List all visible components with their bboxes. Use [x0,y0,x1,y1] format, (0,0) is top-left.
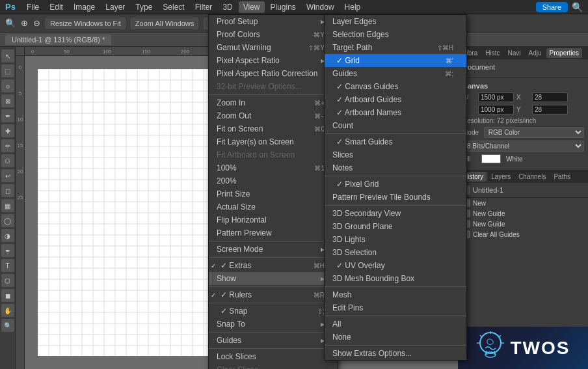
menu-item-flip-horizontal[interactable]: Flip Horizontal [209,213,338,226]
submenu-item-pixel-grid[interactable]: ✓ Pixel Grid [325,178,466,191]
submenu-item-canvas-guides[interactable]: ✓ Canvas Guides [325,80,466,93]
erase-tool[interactable]: ◻ [1,184,14,197]
submenu-item-none[interactable]: None [325,331,466,344]
tab-adju[interactable]: Adju [526,48,545,58]
tab-channels[interactable]: Channels [515,172,549,182]
mode-select[interactable]: RGB Color [484,127,584,138]
menu-item-gamut-warning[interactable]: Gamut Warning ⇧⌘Y [209,41,338,54]
share-button[interactable]: Share [536,2,568,12]
tab-navi[interactable]: Navi [504,48,524,58]
tab-histc[interactable]: Histc [482,48,503,58]
menu-view[interactable]: View [239,1,265,13]
menu-item-zoom-in[interactable]: Zoom In ⌘+ [209,96,338,109]
submenu-item-mesh[interactable]: Mesh [325,288,466,301]
zoom-all-btn[interactable]: Zoom All Windows [131,18,198,29]
type-tool[interactable]: T [1,259,14,272]
hand-tool[interactable]: ✋ [1,304,14,317]
shape-tool[interactable]: ◼ [1,289,14,302]
path-tool[interactable]: ⬡ [1,274,14,287]
menu-item-print-size[interactable]: Print Size [209,187,338,200]
menu-item-rulers[interactable]: ✓ Rulers ⌘R [209,288,338,301]
history-item[interactable]: Clear All Guides [459,229,588,239]
menu-window[interactable]: Window [302,1,339,13]
menu-item-zoom-out[interactable]: Zoom Out ⌘– [209,109,338,122]
menu-item-proof-colors[interactable]: Proof Colors ⌘Y [209,28,338,41]
submenu-item-count[interactable]: Count [325,119,466,132]
menu-help[interactable]: Help [340,1,366,13]
history-brush-tool[interactable]: ↩ [1,169,14,182]
history-item[interactable]: New Guide [459,208,588,219]
bit-depth-select[interactable]: 8 Bits/Channel [462,141,584,152]
submenu-item-selection-edges[interactable]: Selection Edges [325,28,466,41]
tab-layers[interactable]: Layers [488,172,514,182]
clone-tool[interactable]: ⚇ [1,154,14,167]
menu-item-fit-artboard[interactable]: Fit Artboard on Screen [209,148,338,161]
submenu-item-artboard-names[interactable]: ✓ Artboard Names [325,106,466,119]
x-input[interactable] [532,92,568,102]
menu-item-clear-slices[interactable]: Clear Slices [209,363,338,369]
menu-plugins[interactable]: Plugins [266,1,301,13]
dodge-tool[interactable]: ◑ [1,229,14,242]
lasso-tool[interactable]: ⌾ [1,79,14,92]
menu-item-actual-size[interactable]: Actual Size [209,200,338,213]
submenu-item-smart-guides[interactable]: ✓ Smart Guides [325,135,466,148]
submenu-item-artboard-guides[interactable]: ✓ Artboard Guides [325,93,466,106]
eyedropper-tool[interactable]: ✒ [1,109,14,122]
document-tab[interactable]: Untitled-1 @ 131% (RGB/8) * [5,34,111,45]
menu-item-pattern-preview[interactable]: Pattern Preview [209,226,338,239]
menu-3d[interactable]: 3D [218,1,237,13]
submenu-item-pattern-tile-bounds[interactable]: Pattern Preview Tile Bounds [325,191,466,204]
submenu-item-notes[interactable]: Notes [325,161,466,174]
tab-properties[interactable]: Properties [546,48,583,58]
menu-item-100[interactable]: 100% ⌘1 [209,161,338,174]
move-tool[interactable]: ↖ [1,49,14,62]
submenu-item-3d-selection[interactable]: 3D Selection [325,246,466,259]
width-input[interactable] [478,92,514,102]
menu-item-fit-screen[interactable]: Fit on Screen ⌘0 [209,122,338,135]
menu-item-proof-setup[interactable]: Proof Setup [209,15,338,28]
menu-item-200[interactable]: 200% [209,174,338,187]
crop-tool[interactable]: ⊠ [1,94,14,107]
menu-item-guides[interactable]: Guides [209,334,338,347]
menu-item-pixel-aspect-ratio[interactable]: Pixel Aspect Ratio [209,54,338,67]
menu-filter[interactable]: Filter [191,1,217,13]
menu-image[interactable]: Image [69,1,100,13]
submenu-item-show-extras-options[interactable]: Show Extras Options... [325,347,466,360]
tab-paths[interactable]: Paths [550,172,574,182]
submenu-item-guides[interactable]: Guides ⌘; [325,67,466,80]
menu-item-lock-slices[interactable]: Lock Slices [209,350,338,363]
blur-tool[interactable]: ◯ [1,214,14,227]
menu-select[interactable]: Select [158,1,189,13]
select-tool[interactable]: ⬚ [1,64,14,77]
menu-item-32bit-preview[interactable]: 32-bit Preview Options... [209,80,338,93]
menu-item-extras[interactable]: ✓ Extras ⌘H [209,259,338,272]
submenu-item-all[interactable]: All [325,318,466,331]
menu-type[interactable]: Type [131,1,157,13]
submenu-item-edit-pins[interactable]: Edit Pins [325,301,466,314]
gradient-tool[interactable]: ▦ [1,199,14,212]
history-item[interactable]: New [459,198,588,208]
pen-tool[interactable]: ✒ [1,244,14,257]
submenu-item-grid[interactable]: ✓ Grid ⌘' [325,54,466,67]
submenu-item-3d-secondary-view[interactable]: 3D Secondary View [325,207,466,220]
history-item[interactable]: New Guide [459,219,588,229]
menu-item-screen-mode[interactable]: Screen Mode [209,243,338,256]
menu-item-pixel-aspect-correction[interactable]: Pixel Aspect Ratio Correction [209,67,338,80]
menu-item-show[interactable]: Show [209,272,338,285]
height-input[interactable] [478,105,514,115]
submenu-item-layer-edges[interactable]: Layer Edges [325,15,466,28]
submenu-item-3d-ground-plane[interactable]: 3D Ground Plane [325,220,466,233]
submenu-item-uv-overlay[interactable]: ✓ UV Overlay [325,259,466,272]
menu-item-fit-layers[interactable]: Fit Layer(s) on Screen [209,135,338,148]
heal-tool[interactable]: ✚ [1,124,14,137]
submenu-item-slices[interactable]: Slices [325,148,466,161]
y-input[interactable] [532,105,568,115]
submenu-item-3d-mesh-bounding-box[interactable]: 3D Mesh Bounding Box [325,272,466,285]
fill-color-swatch[interactable] [481,154,501,163]
menu-item-snap[interactable]: ✓ Snap ⇧; [209,305,338,318]
search-icon[interactable]: 🔍 [572,2,583,12]
submenu-item-3d-lights[interactable]: 3D Lights [325,233,466,246]
brush-tool[interactable]: ✏ [1,139,14,152]
menu-edit[interactable]: Edit [45,1,68,13]
submenu-item-target-path[interactable]: Target Path ⇧⌘H [325,41,466,54]
